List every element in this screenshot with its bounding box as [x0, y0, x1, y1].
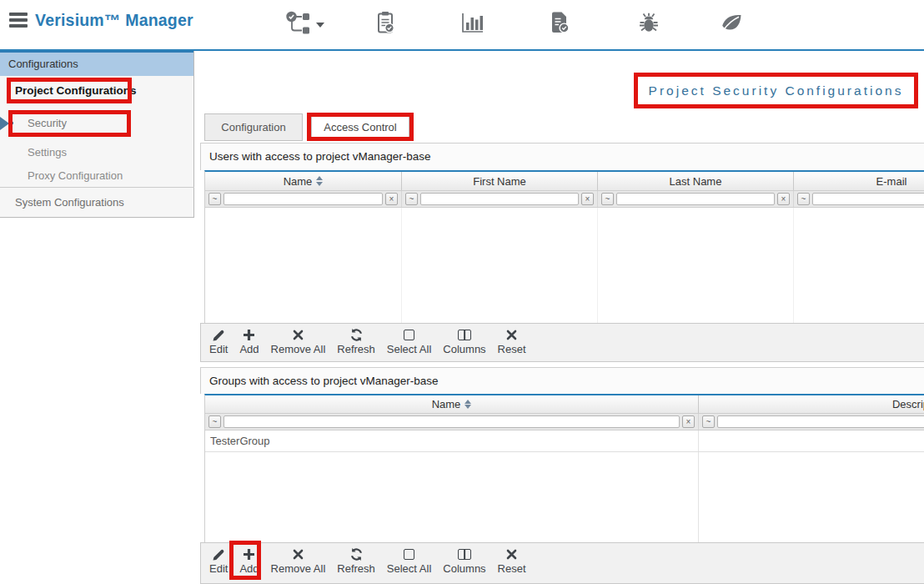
groups-filter-name-input[interactable]: [223, 415, 680, 428]
checkbox-icon: [404, 547, 414, 561]
select-all-button[interactable]: Select All: [387, 547, 431, 575]
users-filter-last-name: ~ ×: [598, 191, 794, 207]
selected-item-pointer-icon: [0, 117, 9, 130]
users-filter-row: ~ × ~ × ~ × ~ ×: [205, 191, 924, 208]
filter-operator-button[interactable]: ~: [208, 193, 221, 205]
refresh-button[interactable]: Refresh: [337, 547, 375, 575]
add-button[interactable]: Add: [239, 328, 259, 355]
bug-icon[interactable]: [638, 10, 660, 35]
filter-operator-button[interactable]: ~: [702, 415, 715, 428]
groups-header-row: Name Description: [205, 395, 924, 414]
clipboard-check-icon[interactable]: [377, 10, 395, 35]
reset-button[interactable]: Reset: [498, 328, 526, 355]
sidebar-divider: [0, 187, 194, 188]
x-icon: [293, 547, 304, 561]
edit-button[interactable]: Edit: [209, 328, 228, 355]
groups-column-header-description[interactable]: Description: [699, 395, 924, 413]
group-description-cell: [699, 430, 924, 451]
add-button[interactable]: Add: [239, 547, 259, 575]
select-all-button[interactable]: Select All: [387, 328, 431, 355]
columns-button[interactable]: Columns: [443, 547, 485, 575]
sidebar-item-proxy-configuration[interactable]: Proxy Configuration: [0, 164, 194, 188]
filter-operator-button[interactable]: ~: [797, 193, 810, 205]
chevron-down-icon[interactable]: [316, 23, 324, 28]
groups-filter-description: ~ ×: [699, 414, 924, 430]
workflow-check-icon[interactable]: [285, 10, 312, 35]
annotation-box-page-title: Project Security Configurations: [634, 73, 918, 108]
top-bar: Verisium™ Manager: [0, 0, 924, 51]
app-title: Verisium™ Manager: [35, 11, 193, 30]
sort-icon[interactable]: [465, 400, 471, 410]
sort-icon[interactable]: [316, 176, 323, 186]
users-header-row: Name First Name Last Name E-mail: [205, 172, 924, 191]
filter-operator-button[interactable]: ~: [208, 415, 221, 428]
users-filter-name-input[interactable]: [223, 193, 383, 205]
table-row-testergroup[interactable]: TesterGroup: [205, 430, 924, 452]
groups-filter-name: ~ ×: [205, 414, 699, 430]
bar-chart-icon[interactable]: [460, 10, 485, 35]
refresh-button[interactable]: Refresh: [337, 328, 375, 355]
x-icon: [293, 328, 304, 342]
groups-column-header-name[interactable]: Name: [205, 395, 699, 413]
tab-bar: Configuration Access Control: [204, 113, 409, 141]
users-column-header-name[interactable]: Name: [205, 172, 402, 190]
sidebar-header-configurations[interactable]: Configurations: [0, 51, 193, 76]
sidebar-item-system-configurations[interactable]: System Configurations: [0, 190, 194, 215]
groups-filter-description-input[interactable]: [717, 415, 924, 428]
groups-table-body: [205, 452, 924, 542]
edit-button[interactable]: Edit: [209, 547, 228, 575]
leaf-icon[interactable]: [721, 10, 743, 35]
users-table: Name First Name Last Name E-mail ~ × ~ ×…: [204, 170, 924, 323]
x-icon: [506, 328, 517, 342]
groups-table: Name Description ~ × ~ × TesterGroup: [204, 394, 924, 542]
users-filter-email: ~ ×: [794, 191, 924, 207]
filter-clear-button[interactable]: ×: [581, 193, 594, 205]
columns-icon: [458, 547, 471, 561]
filter-clear-button[interactable]: ×: [385, 193, 398, 205]
sidebar-item-project-configurations[interactable]: Project Configurations: [0, 78, 194, 103]
users-column-header-first-name[interactable]: First Name: [402, 172, 598, 190]
filter-operator-button[interactable]: ~: [405, 193, 418, 205]
sidebar-item-settings[interactable]: Settings: [0, 141, 194, 164]
group-name-cell: TesterGroup: [205, 430, 699, 451]
remove-all-button[interactable]: Remove All: [271, 547, 326, 575]
columns-button[interactable]: Columns: [443, 328, 485, 355]
checkbox-icon: [404, 328, 414, 342]
sidebar-item-security[interactable]: Security: [0, 110, 194, 137]
users-filter-first-name: ~ ×: [402, 191, 598, 207]
selected-item-pointer-dash: [10, 122, 13, 124]
filter-operator-button[interactable]: ~: [601, 193, 614, 205]
tab-configuration[interactable]: Configuration: [204, 113, 303, 141]
filter-clear-button[interactable]: ×: [682, 415, 695, 428]
users-section-title: Users with access to project vManager-ba…: [200, 143, 924, 170]
page-title: Project Security Configurations: [649, 83, 904, 98]
users-filter-last-name-input[interactable]: [616, 193, 775, 205]
x-icon: [506, 547, 517, 561]
users-table-body: [205, 208, 924, 323]
plus-icon: [243, 547, 255, 561]
refresh-icon: [349, 547, 364, 561]
refresh-icon: [349, 328, 364, 342]
groups-section-title: Groups with access to project vManager-b…: [200, 367, 924, 394]
reset-button[interactable]: Reset: [498, 547, 526, 575]
tab-access-control[interactable]: Access Control: [311, 113, 409, 141]
menu-icon[interactable]: [9, 13, 28, 28]
columns-icon: [458, 328, 471, 342]
pencil-icon: [212, 328, 225, 342]
plus-icon: [243, 328, 255, 342]
users-column-header-email[interactable]: E-mail: [794, 172, 924, 190]
report-check-icon[interactable]: [550, 10, 570, 35]
filter-clear-button[interactable]: ×: [777, 193, 790, 205]
groups-filter-row: ~ × ~ ×: [205, 414, 924, 430]
users-filter-first-name-input[interactable]: [420, 193, 579, 205]
users-toolbar: Edit Add Remove All Refresh Select All C…: [200, 323, 924, 362]
pencil-icon: [212, 547, 225, 561]
sidebar: Configurations Project Configurations Se…: [0, 51, 194, 218]
users-filter-name: ~ ×: [205, 191, 402, 207]
users-filter-email-input[interactable]: [812, 193, 924, 205]
remove-all-button[interactable]: Remove All: [271, 328, 326, 355]
groups-toolbar: Edit Add Remove All Refresh Select All C…: [200, 542, 924, 584]
users-column-header-last-name[interactable]: Last Name: [598, 172, 794, 190]
